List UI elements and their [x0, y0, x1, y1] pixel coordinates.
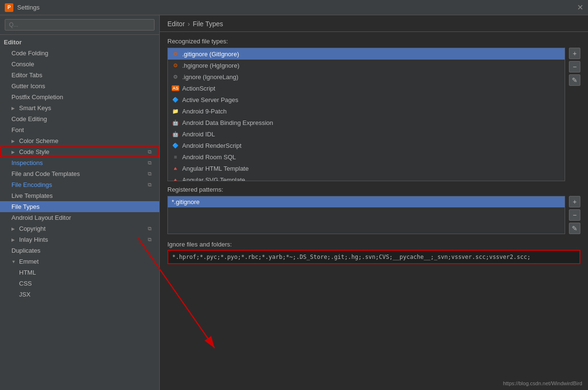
add-file-type-button[interactable]: + [569, 48, 580, 59]
file-types-list[interactable]: ⚙ .gitignore (GitIgnore) ⚙ .hgignore (Hg… [167, 48, 565, 181]
inlay-hints-badge: ⧉ [148, 236, 152, 243]
list-item[interactable]: 📁 Android 9-Patch [168, 105, 565, 117]
emmet-label: Emmet [19, 258, 39, 265]
titlebar: P Settings ✕ [0, 0, 588, 15]
file-type-name: Android Data Binding Expression [182, 119, 273, 126]
font-label: Font [11, 126, 24, 133]
list-item[interactable]: ≡ Android Room SQL [168, 151, 565, 163]
code-editing-label: Code Editing [11, 115, 47, 123]
list-item[interactable]: 🔷 Android RenderScript [168, 140, 565, 151]
close-button[interactable]: ✕ [577, 3, 583, 12]
sidebar-item-code-editing[interactable]: Code Editing [0, 113, 159, 124]
list-item[interactable]: ⚙ .hgignore (HgIgnore) [168, 60, 565, 71]
editor-tabs-label: Editor Tabs [11, 72, 42, 79]
add-pattern-button[interactable]: + [569, 196, 580, 207]
panel-header: Editor › File Types [160, 15, 588, 32]
android-layout-editor-label: Android Layout Editor [11, 214, 71, 221]
sidebar-item-live-templates[interactable]: Live Templates [0, 190, 159, 201]
sidebar-item-jsx[interactable]: JSX [0, 289, 159, 300]
ignore-section: Ignore files and folders: [167, 241, 580, 264]
list-item[interactable]: 🔺 Angular HTML Template [168, 163, 565, 174]
list-item[interactable]: ⚙ .ignore (IgnoreLang) [168, 71, 565, 82]
sidebar-item-emmet[interactable]: ▼ Emmet [0, 256, 159, 267]
titlebar-title: Settings [17, 4, 40, 11]
sidebar-item-css[interactable]: CSS [0, 278, 159, 289]
file-type-name: ActionScript [182, 85, 215, 92]
sidebar-item-code-folding[interactable]: Code Folding [0, 48, 159, 59]
file-code-templates-label: File and Code Templates [11, 170, 80, 177]
file-type-name: Android IDL [182, 131, 215, 138]
sidebar-item-editor-tabs[interactable]: Editor Tabs [0, 70, 159, 81]
breadcrumb-parent: Editor [167, 20, 185, 28]
sidebar-item-gutter-icons[interactable]: Gutter Icons [0, 81, 159, 92]
ignore-input[interactable] [167, 250, 580, 264]
code-folding-label: Code Folding [11, 50, 48, 57]
sidebar-item-color-scheme[interactable]: ▶ Color Scheme [0, 135, 159, 146]
pattern-item[interactable]: *.gitignore [168, 196, 565, 207]
sidebar-item-android-layout-editor[interactable]: Android Layout Editor [0, 212, 159, 223]
sidebar-item-file-encodings[interactable]: File Encodings ⧉ [0, 179, 159, 190]
file-type-name: .ignore (IgnoreLang) [182, 73, 238, 81]
asp-icon: 🔷 [172, 96, 179, 103]
postfix-completion-label: Postfix Completion [11, 93, 63, 101]
list-item[interactable]: 🔷 Active Server Pages [168, 94, 565, 105]
copyright-label: Copyright [19, 225, 46, 232]
css-label: CSS [19, 280, 32, 287]
angular-icon: 🔺 [172, 164, 179, 172]
file-types-container: ⚙ .gitignore (GitIgnore) ⚙ .hgignore (Hg… [167, 48, 580, 181]
edit-file-type-button[interactable]: ✎ [569, 74, 580, 86]
list-item[interactable]: AS ActionScript [168, 82, 565, 94]
remove-pattern-button[interactable]: − [569, 209, 580, 221]
search-box [0, 15, 159, 35]
app-icon: P [5, 3, 13, 12]
live-templates-label: Live Templates [11, 192, 52, 199]
color-scheme-label: Color Scheme [19, 137, 58, 144]
sidebar-item-inlay-hints[interactable]: ▶ Inlay Hints ⧉ [0, 234, 159, 245]
git-icon: ⚙ [172, 50, 179, 58]
recognized-section: Recognized file types: ⚙ .gitignore (Git… [167, 38, 580, 181]
sql-icon: ≡ [172, 153, 179, 161]
sidebar-item-duplicates[interactable]: Duplicates [0, 245, 159, 256]
list-item[interactable]: ⚙ .gitignore (GitIgnore) [168, 48, 565, 60]
sidebar-item-code-style[interactable]: ▶ Code Style ⧉ [0, 146, 159, 157]
gutter-icons-label: Gutter Icons [11, 82, 45, 90]
file-types-buttons: + − ✎ [569, 48, 580, 86]
hg-icon: ⚙ [172, 62, 179, 69]
list-item[interactable]: 🤖 Android Data Binding Expression [168, 117, 565, 128]
sidebar-item-inspections[interactable]: Inspections ⧉ [0, 157, 159, 168]
sidebar-item-editor[interactable]: Editor [0, 37, 159, 48]
sidebar-item-file-code-templates[interactable]: File and Code Templates ⧉ [0, 168, 159, 179]
html-label: HTML [19, 269, 36, 276]
pattern-value: *.gitignore [172, 198, 200, 205]
patterns-list[interactable]: *.gitignore [167, 196, 565, 234]
sidebar-item-font[interactable]: Font [0, 124, 159, 135]
file-type-name: Angular HTML Template [182, 165, 248, 172]
remove-file-type-button[interactable]: − [569, 61, 580, 72]
file-type-name: Android RenderScript [182, 142, 241, 149]
android-icon: 🤖 [172, 119, 179, 126]
file-type-name: Angular SVG Template [182, 176, 245, 182]
sidebar-item-html[interactable]: HTML [0, 267, 159, 278]
panel-body: Recognized file types: ⚙ .gitignore (Git… [160, 32, 588, 390]
sidebar-item-postfix-completion[interactable]: Postfix Completion [0, 92, 159, 103]
sidebar-tree: Editor Code Folding Console Editor Tabs … [0, 35, 159, 390]
color-scheme-expand-icon: ▶ [11, 139, 17, 144]
watermark: https://blog.csdn.net/WindwirdBird [503, 380, 582, 386]
ignore-icon: ⚙ [172, 73, 179, 81]
titlebar-left: P Settings [5, 3, 40, 12]
sidebar-item-smart-keys[interactable]: ▶ Smart Keys [0, 103, 159, 113]
code-style-expand-icon: ▶ [11, 150, 17, 154]
breadcrumb-current: File Types [193, 20, 223, 28]
file-type-name: Android Room SQL [182, 154, 236, 161]
sidebar-item-copyright[interactable]: ▶ Copyright ⧉ [0, 223, 159, 234]
list-item[interactable]: 🤖 Android IDL [168, 128, 565, 140]
console-label: Console [11, 61, 34, 68]
edit-pattern-button[interactable]: ✎ [569, 223, 580, 234]
list-item[interactable]: 🔺 Angular SVG Template [168, 174, 565, 181]
patterns-buttons: + − ✎ [569, 196, 580, 234]
inspections-badge: ⧉ [148, 160, 152, 166]
sidebar-item-console[interactable]: Console [0, 59, 159, 70]
inlay-hints-label: Inlay Hints [19, 236, 48, 243]
search-input[interactable] [5, 19, 155, 31]
sidebar-item-file-types[interactable]: File Types [0, 201, 159, 212]
